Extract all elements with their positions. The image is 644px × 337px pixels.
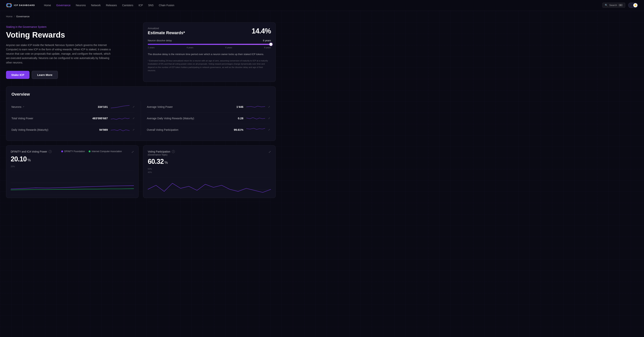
- metric-avg-daily-label: Average Daily Voting Rewards (Maturity): [147, 117, 194, 120]
- nav-chain-fusion[interactable]: Chain Fusion: [159, 4, 174, 7]
- participation-unit: %: [164, 160, 168, 165]
- expand-dr-icon[interactable]: ⤢: [132, 128, 134, 131]
- tick-6yr: 6 years: [225, 46, 232, 49]
- participation-info-icon[interactable]: i: [172, 150, 175, 153]
- metric-total-vp-label: Total Voting Power: [12, 117, 33, 120]
- total-vp-mini-chart: [111, 115, 130, 121]
- metric-participation: Overall Voting Participation 99.61% ⤢: [147, 124, 270, 135]
- dfinity-chart-header: DFINITY and ICA Voting Power i DFINITY F…: [11, 150, 134, 154]
- expand-neurons-icon[interactable]: ⤢: [132, 105, 134, 108]
- metric-participation-right: 99.61% ⤢: [221, 127, 270, 133]
- theme-toggle-thumb: ☀️: [633, 3, 638, 7]
- expand-dfinity-icon[interactable]: ⤢: [132, 150, 134, 154]
- dfinity-info-icon[interactable]: i: [49, 150, 52, 153]
- hero-buttons: Stake ICP Learn More: [6, 71, 138, 79]
- participation-chart-area: [148, 177, 271, 202]
- nav-governance[interactable]: Governance: [56, 4, 70, 7]
- stake-icp-button[interactable]: Stake ICP: [6, 71, 30, 79]
- nav-releases[interactable]: Releases: [106, 4, 117, 7]
- nav-home[interactable]: Home: [44, 4, 51, 7]
- dfinity-value-block: 20.10 %: [11, 155, 134, 164]
- search-label: Search: [609, 4, 617, 7]
- expand-avg-vp-icon[interactable]: ⤢: [268, 105, 270, 108]
- dfinity-chart-title-block: DFINITY and ICA Voting Power i: [11, 150, 52, 153]
- nav-canisters[interactable]: Canisters: [122, 4, 133, 7]
- disclaimer-text: * Estimated trailing 24-hour annualized …: [148, 59, 271, 72]
- slider-label: Neuron dissolve delay: [148, 39, 172, 42]
- participation-chart-title-block: Voting Participation i (Governance Topic…: [148, 150, 175, 156]
- neurons-mini-chart: [111, 104, 130, 110]
- metric-daily-rewards-label: Daily Voting Rewards (Maturity): [12, 128, 48, 131]
- metric-neurons: Neurons ↗ 334'101 ⤢: [12, 101, 134, 113]
- expand-participation-icon[interactable]: ⤢: [268, 128, 270, 131]
- hero-title: Voting Rewards: [6, 31, 138, 39]
- slider-section: Neuron dissolve delay 8 years 2 years 4 …: [148, 39, 271, 49]
- participation-chart-subtitle: (Governance Topic): [148, 153, 175, 156]
- nav-network[interactable]: Network: [91, 4, 101, 7]
- participation-big-value: 60.32: [148, 158, 164, 165]
- metric-avg-daily-right: 0.28 ⤢: [221, 115, 270, 121]
- metric-total-vp-right: 483'095'687 ⤢: [85, 115, 134, 121]
- avg-daily-mini-chart: [246, 115, 265, 121]
- rewards-header: Annualized Estimate Rewards* 14.4%: [148, 27, 271, 35]
- dfinity-chart-area: [11, 171, 134, 195]
- main-content: Home / Governance Staking in the Governa…: [0, 11, 282, 202]
- participation-mini-chart: [246, 127, 265, 133]
- avg-vp-mini-chart: [246, 104, 265, 110]
- dfinity-chart-title: DFINITY and ICA Voting Power: [11, 150, 47, 153]
- metric-neurons-right: 334'101 ⤢: [85, 104, 134, 110]
- dfinity-unit: %: [28, 158, 31, 162]
- metric-avg-vp-value: 1'446: [221, 105, 243, 108]
- logo[interactable]: ICP DASHBOARD: [6, 2, 35, 8]
- expand-participation-chart-icon[interactable]: ⤢: [268, 150, 271, 154]
- metric-daily-rewards-right: 94'989 ⤢: [85, 127, 134, 133]
- participation-chart-title: Voting Participation: [148, 150, 170, 153]
- tick-2yr: 2 years: [148, 46, 154, 49]
- breadcrumb-current: Governance: [16, 15, 30, 18]
- breadcrumb-home[interactable]: Home: [6, 15, 12, 18]
- metric-daily-rewards: Daily Voting Rewards (Maturity) 94'989 ⤢: [12, 124, 134, 135]
- learn-more-button[interactable]: Learn More: [32, 71, 58, 79]
- metric-neurons-value: 334'101: [85, 105, 108, 108]
- rewards-panel: Annualized Estimate Rewards* 14.4% Neuro…: [143, 22, 276, 82]
- expand-tvp-icon[interactable]: ⤢: [132, 117, 134, 120]
- nav-sns[interactable]: SNS: [148, 4, 154, 7]
- dissolve-info: The dissolve delay is the minimum time p…: [148, 52, 271, 56]
- overview-title: Overview: [12, 92, 270, 97]
- slider-label-row: Neuron dissolve delay 8 years: [148, 39, 271, 42]
- hero-subtitle: Staking in the Governance System: [6, 25, 138, 28]
- metric-participation-label: Overall Voting Participation: [147, 128, 178, 131]
- tick-8yr: 8 years: [264, 46, 271, 49]
- hero-description: Anyone can stake ICP inside the Network …: [6, 43, 115, 65]
- metric-avg-daily: Average Daily Voting Rewards (Maturity) …: [147, 113, 270, 124]
- nav-neurons[interactable]: Neurons: [76, 4, 86, 7]
- legend-ica-dot: [88, 150, 90, 152]
- charts-grid: DFINITY and ICA Voting Power i DFINITY F…: [6, 145, 276, 198]
- slider-fill: [148, 44, 271, 45]
- svg-point-2: [6, 4, 12, 7]
- icp-logo-icon: [6, 2, 12, 8]
- app-name: ICP DASHBOARD: [14, 4, 35, 7]
- navbar: ICP DASHBOARD Home Governance Neurons Ne…: [0, 0, 644, 11]
- legend-ica-label: Internet Computer Association: [92, 150, 122, 153]
- overview-section: Overview Neurons ↗ 334'101: [6, 86, 276, 141]
- metric-total-vp-value: 483'095'687: [85, 117, 108, 120]
- theme-toggle[interactable]: ☀️: [628, 3, 638, 8]
- search-button[interactable]: 🔍 Search ⌘/: [602, 3, 625, 8]
- participation-chart-panel: Voting Participation i (Governance Topic…: [143, 145, 276, 198]
- expand-avg-daily-icon[interactable]: ⤢: [268, 117, 270, 120]
- tick-4yr: 4 years: [187, 46, 194, 49]
- participation-y-label-40: 40%: [148, 171, 271, 173]
- hero-panel: Staking in the Governance System Voting …: [6, 22, 138, 82]
- nav-icp[interactable]: ICP: [138, 4, 143, 7]
- slider-thumb: [270, 43, 272, 46]
- top-section: Staking in the Governance System Voting …: [6, 22, 276, 82]
- breadcrumb: Home / Governance: [6, 15, 276, 18]
- search-shortcut: ⌘/: [618, 4, 623, 7]
- dfinity-y-label: 20%: [11, 165, 134, 168]
- legend-dfinity-dot: [61, 150, 63, 152]
- nav-right: 🔍 Search ⌘/ ☀️: [602, 3, 638, 8]
- nav-links: Home Governance Neurons Network Releases…: [44, 4, 602, 7]
- slider-track[interactable]: [148, 44, 271, 45]
- search-icon: 🔍: [605, 4, 608, 7]
